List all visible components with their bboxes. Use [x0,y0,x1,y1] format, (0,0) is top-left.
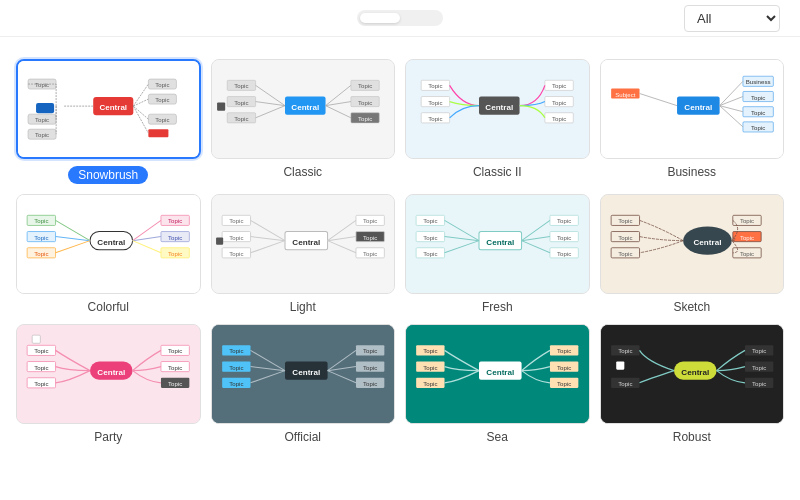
svg-text:Topic: Topic [229,348,243,355]
svg-text:Topic: Topic [552,99,566,106]
svg-text:Topic: Topic [752,364,766,371]
svg-text:Topic: Topic [423,250,437,257]
svg-text:Topic: Topic [363,234,377,241]
svg-text:Topic: Topic [423,234,437,241]
template-card-robust[interactable]: Central Topic Topic Topic Topic Topic Ro… [600,324,785,444]
svg-text:Topic: Topic [155,82,169,88]
template-preview-official: Central Topic Topic Topic Topic Topic To… [211,324,396,424]
template-card-classic[interactable]: Central Topic Topic Topic Topic Topic To… [211,59,396,184]
svg-text:Topic: Topic [739,250,753,257]
svg-text:Central: Central [485,103,513,112]
svg-text:Topic: Topic [739,218,753,225]
template-name-snowbrush: Snowbrush [68,166,148,184]
svg-text:Central: Central [693,238,721,247]
template-card-fresh[interactable]: Central Topic Topic Topic Topic Topic To… [405,194,590,314]
svg-text:Topic: Topic [423,364,437,371]
svg-text:Topic: Topic [229,218,243,225]
template-preview-classic2: Central Topic Topic Topic Topic Topic To… [405,59,590,159]
svg-text:Topic: Topic [168,364,182,371]
svg-rect-117 [216,238,223,245]
template-preview-party: Central Topic Topic Topic Topic Topic To… [16,324,201,424]
template-preview-business: Central Subject Business Topic Topic Top… [600,59,785,159]
svg-text:Topic: Topic [234,115,248,122]
template-card-sea[interactable]: Central Topic Topic Topic Topic Topic To… [405,324,590,444]
template-card-sketch[interactable]: Central Topic Topic Topic Topic Topic To… [600,194,785,314]
svg-text:Topic: Topic [34,348,48,355]
svg-text:Topic: Topic [751,94,765,101]
template-card-classic2[interactable]: Central Topic Topic Topic Topic Topic To… [405,59,590,184]
svg-text:Topic: Topic [618,218,632,225]
svg-text:Topic: Topic [34,218,48,225]
template-name-robust: Robust [600,430,785,444]
template-name-sea: Sea [405,430,590,444]
svg-text:Topic: Topic [557,234,571,241]
svg-text:Topic: Topic [35,82,49,88]
svg-text:Topic: Topic [618,348,632,355]
template-name-classic2: Classic II [405,165,590,179]
template-card-official[interactable]: Central Topic Topic Topic Topic Topic To… [211,324,396,444]
template-name-light: Light [211,300,396,314]
template-preview-sea: Central Topic Topic Topic Topic Topic To… [405,324,590,424]
svg-text:Topic: Topic [229,234,243,241]
svg-text:Topic: Topic [168,218,182,225]
template-preview-light: Central Topic Topic Topic Topic Topic To… [211,194,396,294]
svg-text:Topic: Topic [168,380,182,387]
svg-text:Topic: Topic [552,115,566,122]
template-name-party: Party [16,430,201,444]
svg-text:Central: Central [97,368,125,377]
svg-rect-3 [36,103,54,113]
tab-new[interactable] [360,13,400,23]
svg-text:Topic: Topic [423,218,437,225]
template-name-sketch: Sketch [600,300,785,314]
template-name-business: Business [600,165,785,179]
template-name-fresh: Fresh [405,300,590,314]
svg-text:Central: Central [97,238,125,247]
template-card-party[interactable]: Central Topic Topic Topic Topic Topic To… [16,324,201,444]
tab-library[interactable] [400,13,440,23]
svg-text:Topic: Topic [168,348,182,355]
svg-rect-163 [32,335,40,343]
svg-text:Central: Central [486,238,514,247]
template-preview-fresh: Central Topic Topic Topic Topic Topic To… [405,194,590,294]
svg-text:Topic: Topic [168,234,182,241]
template-card-light[interactable]: Central Topic Topic Topic Topic Topic To… [211,194,396,314]
svg-text:Topic: Topic [168,250,182,257]
svg-rect-215 [616,362,624,370]
template-name-classic: Classic [211,165,396,179]
svg-text:Topic: Topic [423,380,437,387]
template-card-snowbrush[interactable]: Central Topic Topic Topic Topic Topic To… [16,59,201,184]
main-content: Central Topic Topic Topic Topic Topic To… [0,37,800,485]
svg-rect-16 [148,129,168,137]
svg-text:Topic: Topic [234,83,248,90]
svg-text:Topic: Topic [363,250,377,257]
svg-text:Topic: Topic [363,380,377,387]
svg-text:Topic: Topic [35,132,49,138]
svg-text:Topic: Topic [618,234,632,241]
tab-group [357,10,443,26]
svg-text:Topic: Topic [229,364,243,371]
svg-text:Topic: Topic [618,380,632,387]
svg-text:Topic: Topic [428,83,442,90]
svg-text:Topic: Topic [357,83,371,90]
svg-text:Topic: Topic [229,250,243,257]
svg-text:Topic: Topic [229,380,243,387]
svg-text:Topic: Topic [557,364,571,371]
template-card-business[interactable]: Central Subject Business Topic Topic Top… [600,59,785,184]
svg-rect-41 [217,103,225,111]
svg-text:Topic: Topic [751,124,765,131]
header: All Business Education Personal [0,0,800,37]
svg-text:Topic: Topic [752,348,766,355]
svg-text:Topic: Topic [557,380,571,387]
svg-text:Central: Central [292,368,320,377]
filter-select[interactable]: All Business Education Personal [684,5,780,32]
svg-text:Central: Central [486,368,514,377]
svg-text:Topic: Topic [35,117,49,123]
template-name-colorful: Colorful [16,300,201,314]
template-preview-classic: Central Topic Topic Topic Topic Topic To… [211,59,396,159]
svg-text:Central: Central [292,238,320,247]
template-grid: Central Topic Topic Topic Topic Topic To… [16,59,784,444]
template-card-colorful[interactable]: Central Topic Topic Topic Topic Topic To… [16,194,201,314]
template-preview-sketch: Central Topic Topic Topic Topic Topic To… [600,194,785,294]
svg-text:Topic: Topic [234,99,248,106]
svg-text:Topic: Topic [557,348,571,355]
